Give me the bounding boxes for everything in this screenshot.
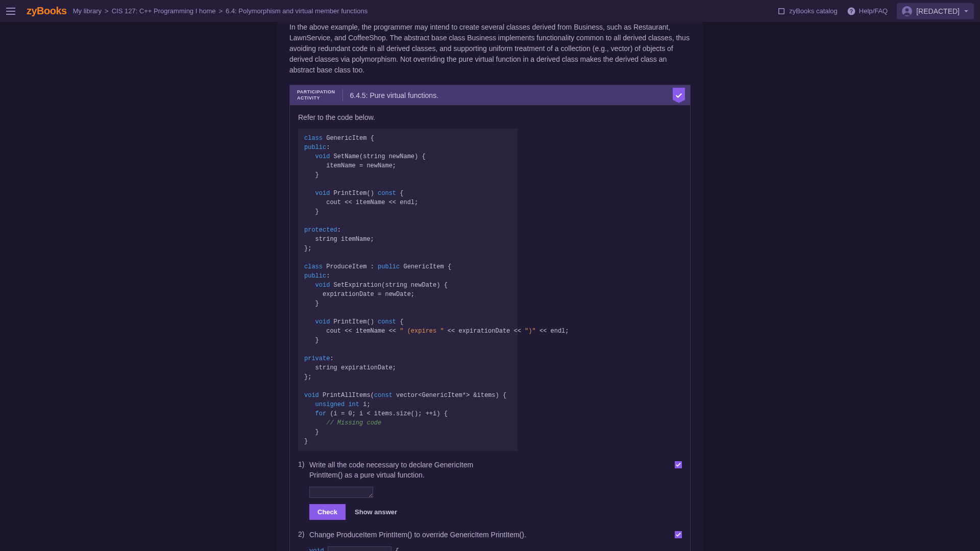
scrollbar[interactable] — [973, 0, 980, 551]
check-icon — [676, 532, 681, 537]
show-answer-button[interactable]: Show answer — [355, 508, 397, 516]
topbar-right: zyBooks catalog ? Help/FAQ [REDACTED] — [777, 3, 974, 19]
check-icon — [675, 92, 682, 99]
menu-icon[interactable] — [6, 5, 18, 17]
activity-body: Refer to the code below. class GenericIt… — [290, 105, 690, 551]
activity-complete-badge — [673, 88, 685, 103]
question-number: 2) — [298, 530, 305, 551]
breadcrumb-course[interactable]: CIS 127: C++ Programming I home — [112, 7, 216, 15]
question-text: Change ProduceItem PrintItem() to overri… — [309, 530, 667, 540]
code-fill-block: void { cout << itemName << " (expires " … — [309, 546, 667, 551]
question-2: 2) Change ProduceItem PrintItem() to ove… — [298, 530, 682, 551]
breadcrumb: My library > CIS 127: C++ Programming I … — [73, 7, 777, 15]
svg-text:?: ? — [850, 8, 853, 14]
code-block: class GenericItem { public: void SetName… — [298, 129, 518, 451]
breadcrumb-library[interactable]: My library — [73, 7, 102, 15]
book-icon — [777, 7, 786, 16]
catalog-link[interactable]: zyBooks catalog — [777, 7, 838, 16]
button-row: Check Show answer — [309, 504, 667, 520]
refer-text: Refer to the code below. — [298, 113, 682, 121]
question-1: 1) Write all the code necessary to decla… — [298, 460, 682, 519]
user-name: [REDACTED] — [916, 7, 960, 15]
help-label: Help/FAQ — [859, 7, 888, 15]
question-complete-badge — [675, 461, 682, 468]
check-icon — [676, 462, 681, 467]
activity-type-label: PARTICIPATIONACTIVITY — [297, 89, 343, 101]
question-body: Write all the code necessary to declare … — [309, 460, 682, 519]
logo[interactable]: zyBooks — [27, 5, 67, 17]
user-menu[interactable]: [REDACTED] — [897, 3, 974, 19]
question-complete-badge — [675, 531, 682, 538]
main-content: In the above example, the programmer may… — [277, 22, 703, 551]
avatar-icon — [902, 6, 912, 16]
help-link[interactable]: ? Help/FAQ — [847, 7, 888, 16]
breadcrumb-separator: > — [218, 7, 223, 15]
help-icon: ? — [847, 7, 856, 16]
participation-activity: PARTICIPATIONACTIVITY 6.4.5: Pure virtua… — [289, 85, 691, 551]
question-body: Change ProduceItem PrintItem() to overri… — [309, 530, 682, 551]
catalog-label: zyBooks catalog — [789, 7, 838, 15]
content-wrap: In the above example, the programmer may… — [0, 22, 980, 551]
intro-paragraph: In the above example, the programmer may… — [289, 22, 691, 85]
activity-header: PARTICIPATIONACTIVITY 6.4.5: Pure virtua… — [290, 85, 690, 105]
answer-input-2[interactable] — [328, 546, 391, 551]
chevron-down-icon — [964, 9, 969, 14]
activity-title: 6.4.5: Pure virtual functions. — [350, 91, 439, 99]
svg-point-3 — [905, 8, 909, 12]
breadcrumb-separator: > — [105, 7, 109, 15]
question-number: 1) — [298, 460, 305, 519]
answer-input-1[interactable] — [309, 487, 373, 498]
topbar: zyBooks My library > CIS 127: C++ Progra… — [0, 0, 980, 22]
check-button[interactable]: Check — [309, 504, 346, 520]
breadcrumb-section[interactable]: 6.4: Polymorphism and virtual member fun… — [226, 7, 368, 15]
question-text: Write all the code necessary to declare … — [309, 460, 503, 480]
